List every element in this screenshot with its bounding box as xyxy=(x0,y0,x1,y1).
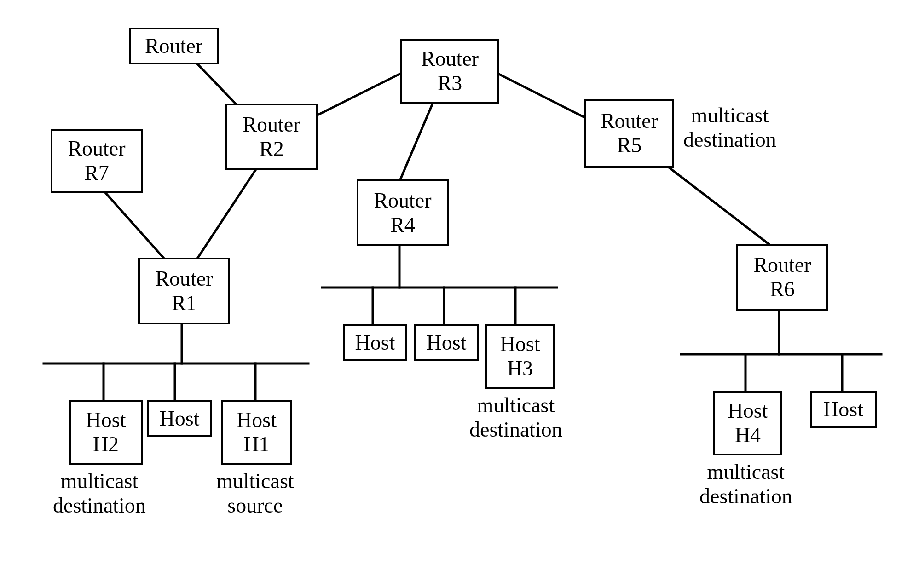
svg-line-3 xyxy=(198,170,255,258)
node-label: Host xyxy=(728,399,768,423)
node-label: Router xyxy=(753,253,811,277)
node-sublabel: H3 xyxy=(507,357,533,381)
host-node: Host xyxy=(810,391,877,428)
svg-line-5 xyxy=(400,104,433,179)
router-r7-node: Router R7 xyxy=(51,129,143,193)
router-r6-node: Router R6 xyxy=(736,244,828,311)
node-label: Router xyxy=(243,113,300,137)
host-h4-node: Host H4 xyxy=(713,391,782,455)
router-node: Router xyxy=(129,28,219,64)
host-node: Host xyxy=(414,324,479,361)
node-label: Router xyxy=(374,189,431,213)
node-label: Router xyxy=(155,267,213,291)
node-sublabel: H4 xyxy=(735,423,761,448)
host-h2-node: Host H2 xyxy=(69,400,143,465)
host-h3-node: Host H3 xyxy=(485,324,555,389)
router-r3-node: Router R3 xyxy=(400,39,499,104)
network-diagram: Router Router R2 Router R3 Router R5 Rou… xyxy=(0,0,913,588)
svg-line-6 xyxy=(670,168,769,244)
node-label: Host xyxy=(237,408,277,432)
node-label: Router xyxy=(68,137,125,161)
node-sublabel: H1 xyxy=(243,432,269,457)
node-label: Router xyxy=(145,34,202,58)
annotation-multicast-destination: multicast destination xyxy=(699,460,792,509)
host-node: Host xyxy=(343,324,407,361)
node-sublabel: R7 xyxy=(84,161,109,185)
node-sublabel: R5 xyxy=(617,133,642,158)
node-sublabel: H2 xyxy=(93,432,119,457)
annotation-multicast-destination: multicast destination xyxy=(469,393,562,442)
node-sublabel: R4 xyxy=(390,213,415,237)
annotation-multicast-source: multicast source xyxy=(216,469,294,518)
svg-line-1 xyxy=(313,74,400,117)
node-sublabel: R2 xyxy=(259,137,284,161)
node-label: Host xyxy=(160,407,200,431)
node-sublabel: R6 xyxy=(770,277,795,302)
node-label: Router xyxy=(601,109,658,133)
annotation-multicast-destination: multicast destination xyxy=(683,104,776,152)
annotation-multicast-destination: multicast destination xyxy=(53,469,146,518)
svg-line-4 xyxy=(106,193,163,258)
node-label: Host xyxy=(427,331,467,355)
host-h1-node: Host H1 xyxy=(221,400,292,465)
svg-line-2 xyxy=(498,74,584,117)
router-r1-node: Router R1 xyxy=(138,258,230,324)
node-label: Host xyxy=(823,398,863,422)
host-node: Host xyxy=(147,400,212,437)
router-r5-node: Router R5 xyxy=(584,99,674,168)
node-label: Host xyxy=(86,408,126,432)
node-sublabel: R3 xyxy=(438,71,462,96)
node-label: Host xyxy=(355,331,395,355)
node-label: Host xyxy=(500,332,540,357)
router-r4-node: Router R4 xyxy=(357,179,449,246)
node-sublabel: R1 xyxy=(172,291,196,316)
node-label: Router xyxy=(421,47,479,71)
router-r2-node: Router R2 xyxy=(225,104,318,170)
